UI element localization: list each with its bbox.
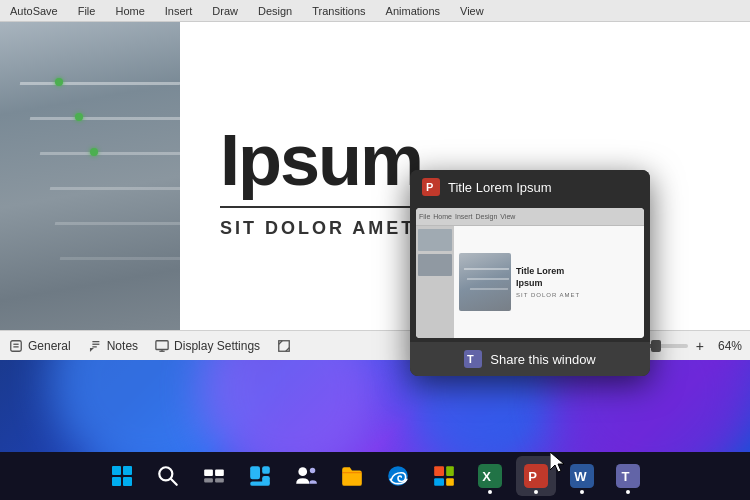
slide-thumbnail: [0, 22, 180, 362]
powerpoint-icon: P: [524, 464, 548, 488]
stair-dot-1: [55, 78, 63, 86]
ribbon-tab-animations[interactable]: Animations: [380, 3, 446, 19]
slide-subtitle: SIT DOLOR AMET: [220, 218, 422, 239]
teams-icon-popup: T: [464, 350, 482, 368]
status-left: General Notes Dis: [8, 338, 292, 354]
popup-title: Title Lorem Ipsum: [448, 180, 552, 195]
taskbar-teams-meet[interactable]: [286, 456, 326, 496]
excel-icon: X: [478, 464, 502, 488]
ribbon-tab-view[interactable]: View: [454, 3, 490, 19]
status-fit[interactable]: [276, 338, 292, 354]
svg-rect-25: [262, 466, 270, 474]
notes-label: Notes: [107, 339, 138, 353]
svg-rect-33: [434, 478, 444, 486]
popup-thumb-1: [418, 229, 452, 251]
share-label: Share this window: [490, 352, 596, 367]
popup-title-bar: P Title Lorem Ipsum: [410, 170, 650, 204]
svg-rect-24: [250, 466, 260, 479]
teams-meet-icon: [294, 464, 318, 488]
stairs-image: [0, 22, 180, 362]
word-active-dot: [580, 490, 584, 494]
teams-icon: T: [616, 464, 640, 488]
svg-rect-23: [215, 478, 224, 482]
start-icon: [110, 464, 134, 488]
widgets-icon: [248, 464, 272, 488]
taskbar-widgets[interactable]: [240, 456, 280, 496]
svg-rect-34: [446, 478, 454, 486]
popup-slide-main: Title LoremIpsum SIT DOLOR AMET: [454, 226, 644, 338]
svg-text:P: P: [426, 181, 433, 193]
task-view-icon: [202, 464, 226, 488]
taskbar-word[interactable]: W: [562, 456, 602, 496]
ribbon-tab-autosave[interactable]: AutoSave: [4, 3, 64, 19]
ribbon-tab-file[interactable]: File: [72, 3, 102, 19]
zoom-plus[interactable]: +: [696, 338, 704, 354]
ribbon-tab-insert[interactable]: Insert: [159, 3, 199, 19]
svg-rect-22: [204, 478, 213, 482]
svg-rect-20: [204, 469, 213, 476]
ribbon-tab-transitions[interactable]: Transitions: [306, 3, 371, 19]
svg-text:X: X: [482, 469, 491, 484]
ribbon-tab-draw[interactable]: Draw: [206, 3, 244, 19]
svg-text:T: T: [467, 353, 474, 365]
general-icon: [8, 338, 24, 354]
excel-active-dot: [488, 490, 492, 494]
taskbar-edge[interactable]: [378, 456, 418, 496]
status-display[interactable]: Display Settings: [154, 338, 260, 354]
svg-rect-16: [112, 477, 121, 486]
svg-rect-17: [123, 477, 132, 486]
powerpoint-icon-popup: P: [422, 178, 440, 196]
svg-rect-6: [156, 340, 168, 349]
svg-text:P: P: [528, 469, 537, 484]
store-icon: [432, 464, 456, 488]
status-general[interactable]: General: [8, 338, 71, 354]
word-icon: W: [570, 464, 594, 488]
taskbar-file-explorer[interactable]: [332, 456, 372, 496]
svg-rect-0: [11, 340, 22, 351]
taskbar-excel[interactable]: X: [470, 456, 510, 496]
search-icon: [156, 464, 180, 488]
taskbar-start[interactable]: [102, 456, 142, 496]
taskbar-store[interactable]: [424, 456, 464, 496]
taskbar-powerpoint[interactable]: P: [516, 456, 556, 496]
edge-icon: [386, 464, 410, 488]
taskbar-search[interactable]: [148, 456, 188, 496]
fit-icon: [276, 338, 292, 354]
svg-point-28: [298, 467, 307, 476]
ribbon-tab-home[interactable]: Home: [109, 3, 150, 19]
ppt-active-dot: [534, 490, 538, 494]
bloom-2: [200, 360, 380, 452]
svg-rect-27: [262, 476, 270, 485]
notes-icon: [87, 338, 103, 354]
svg-point-18: [159, 467, 172, 480]
popup-ribbon: FileHomeInsertDesignView: [416, 208, 644, 226]
svg-text:W: W: [574, 469, 587, 484]
svg-text:T: T: [621, 469, 629, 484]
general-label: General: [28, 339, 71, 353]
teams-active-dot: [626, 490, 630, 494]
popup-preview[interactable]: FileHomeInsertDesignView Title LoremIpsu…: [416, 208, 644, 338]
share-bar[interactable]: T Share this window: [410, 342, 650, 376]
svg-rect-14: [112, 466, 121, 475]
slide-text: Ipsum SIT DOLOR AMET: [220, 124, 422, 239]
slide-title: Ipsum: [220, 124, 422, 196]
popup-slide-list: [416, 226, 454, 338]
popup-slide-subtitle: SIT DOLOR AMET: [516, 292, 639, 298]
svg-line-19: [171, 479, 176, 484]
taskbar-task-view[interactable]: [194, 456, 234, 496]
popup-stair-image: [459, 253, 511, 311]
zoom-value: 64%: [712, 339, 742, 353]
slide-panel: [0, 22, 180, 362]
popup-thumb-2: [418, 254, 452, 276]
ribbon: AutoSave File Home Insert Draw Design Tr…: [0, 0, 750, 22]
popup-window: P Title Lorem Ipsum FileHomeInsertDesign…: [410, 170, 650, 376]
svg-point-29: [310, 468, 315, 473]
status-notes[interactable]: Notes: [87, 338, 138, 354]
ribbon-tab-design[interactable]: Design: [252, 3, 298, 19]
svg-rect-31: [434, 466, 444, 476]
file-explorer-icon: [340, 464, 364, 488]
display-label: Display Settings: [174, 339, 260, 353]
taskbar: X P W T: [0, 452, 750, 500]
slide-divider: [220, 206, 420, 208]
taskbar-teams[interactable]: T: [608, 456, 648, 496]
